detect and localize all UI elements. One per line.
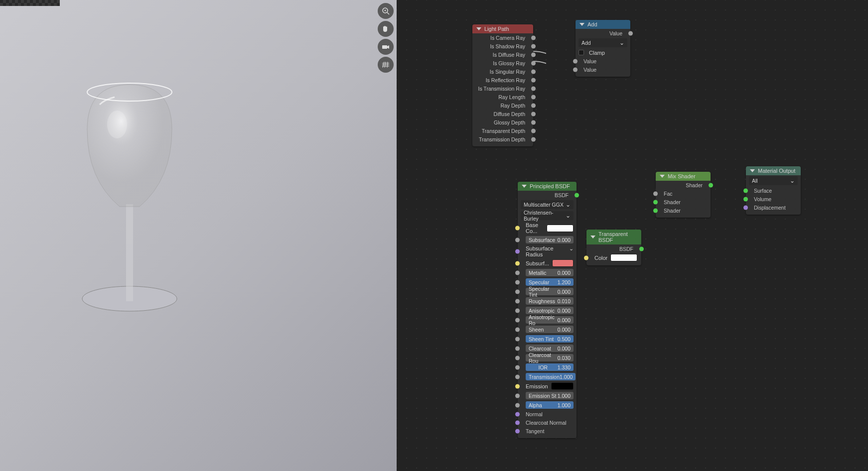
input-surface: Surface xyxy=(746,186,801,195)
sss-color-swatch[interactable] xyxy=(552,259,574,267)
input-base-color: Base Co... xyxy=(518,221,577,235)
mix-shader-node[interactable]: Mix Shader Shader Fac Shader Shader xyxy=(656,172,711,218)
node-header[interactable]: Mix Shader xyxy=(656,172,711,181)
color-swatch[interactable] xyxy=(610,254,637,261)
output-ray-depth: Ray Depth xyxy=(472,101,533,110)
input-specular-tint: Specular Tint0.000 xyxy=(518,287,577,296)
input-transmission: Transmission1.000 xyxy=(518,372,577,381)
anisotropic-field[interactable]: Anisotropic0.000 xyxy=(526,307,574,314)
svg-line-1 xyxy=(387,12,389,14)
input-subsurface-color: Subsurf... xyxy=(518,258,577,268)
metallic-field[interactable]: Metallic0.000 xyxy=(526,269,574,276)
output-transparent-depth: Transparent Depth xyxy=(472,126,533,135)
sheen-tint-field[interactable]: Sheen Tint0.500 xyxy=(526,335,574,343)
zoom-in-icon[interactable] xyxy=(378,3,394,19)
input-metallic: Metallic0.000 xyxy=(518,268,577,277)
specular-tint-field[interactable]: Specular Tint0.000 xyxy=(526,288,574,295)
specular-field[interactable]: Specular1.200 xyxy=(526,278,574,286)
distribution-dropdown[interactable]: Multiscatter GGX xyxy=(521,200,574,209)
output-shader: Shader xyxy=(656,181,711,189)
svg-point-9 xyxy=(107,111,127,138)
transparent-bsdf-node[interactable]: Transparent BSDF BSDF Color xyxy=(586,230,641,265)
node-title: Transparent BSDF xyxy=(598,231,637,243)
input-volume: Volume xyxy=(746,195,801,203)
node-header[interactable]: Transparent BSDF xyxy=(586,230,641,244)
node-title: Material Output xyxy=(758,168,795,174)
input-tangent: Tangent xyxy=(518,427,577,435)
3d-viewport[interactable] xyxy=(0,0,397,471)
base-color-swatch[interactable] xyxy=(547,225,574,232)
clamp-checkbox[interactable] xyxy=(579,50,584,55)
input-roughness: Roughness0.010 xyxy=(518,296,577,306)
sheen-field[interactable]: Sheen0.000 xyxy=(526,326,574,333)
node-header[interactable]: Light Path xyxy=(472,24,533,33)
output-is-singular-ray: Is Singular Ray xyxy=(472,67,533,76)
alpha-field[interactable]: Alpha1.000 xyxy=(526,401,574,409)
input-shader-2: Shader xyxy=(656,206,711,215)
input-subsurface: Subsurface0.000 xyxy=(518,235,577,244)
ior-field[interactable]: IOR1.330 xyxy=(526,363,574,371)
input-displacement: Displacement xyxy=(746,203,801,212)
node-title: Principled BSDF xyxy=(530,183,570,189)
input-fac: Fac xyxy=(656,189,711,198)
node-header[interactable]: Principled BSDF xyxy=(518,182,577,191)
math-operation-dropdown[interactable]: Add xyxy=(579,38,627,47)
viewport-tools xyxy=(378,3,394,73)
input-sheen-tint: Sheen Tint0.500 xyxy=(518,334,577,344)
node-title: Add xyxy=(587,21,597,27)
input-emission-strength: Emission St1.000 xyxy=(518,391,577,400)
clearcoat-roughness-field[interactable]: Clearcoat Rou0.030 xyxy=(526,354,574,361)
subsurface-field[interactable]: Subsurface0.000 xyxy=(526,236,574,243)
material-output-node[interactable]: Material Output All Surface Volume Displ… xyxy=(746,166,801,215)
output-is-camera-ray: Is Camera Ray xyxy=(472,33,533,42)
input-clearcoat-roughness: Clearcoat Rou0.030 xyxy=(518,353,577,362)
input-anisotropic-rotation: Anisotropic Ro0.000 xyxy=(518,315,577,325)
output-is-shadow-ray: Is Shadow Ray xyxy=(472,42,533,50)
input-color-row: Color xyxy=(586,253,641,262)
transmission-field[interactable]: Transmission1.000 xyxy=(526,373,576,380)
svg-rect-4 xyxy=(382,45,387,49)
clearcoat-field[interactable]: Clearcoat0.000 xyxy=(526,345,574,352)
input-ior: IOR1.330 xyxy=(518,362,577,372)
input-alpha: Alpha1.000 xyxy=(518,400,577,410)
input-clearcoat-normal: Clearcoat Normal xyxy=(518,418,577,427)
output-is-transmission-ray: Is Transmission Ray xyxy=(472,84,533,93)
rendered-glass xyxy=(60,70,199,319)
light-path-node[interactable]: Light Path Is Camera RayIs Shadow RayIs … xyxy=(472,24,533,146)
node-editor[interactable]: Light Path Is Camera RayIs Shadow RayIs … xyxy=(397,0,868,471)
input-normal: Normal xyxy=(518,410,577,418)
expand-chevron-icon[interactable]: ⌄ xyxy=(569,245,574,257)
output-ray-length: Ray Length xyxy=(472,93,533,101)
hand-icon[interactable] xyxy=(378,21,394,37)
transparency-checker xyxy=(0,0,60,6)
node-title: Light Path xyxy=(484,26,509,32)
math-add-node[interactable]: Add Value Add Clamp Value Value xyxy=(576,20,630,77)
anisotropic-rotation-field[interactable]: Anisotropic Ro0.000 xyxy=(526,316,574,324)
svg-rect-7 xyxy=(126,204,133,301)
input-sheen: Sheen0.000 xyxy=(518,325,577,334)
node-header[interactable]: Material Output xyxy=(746,166,801,175)
input-shader-1: Shader xyxy=(656,198,711,206)
emission-color-swatch[interactable] xyxy=(551,382,574,390)
camera-icon[interactable] xyxy=(378,39,394,55)
grid-icon[interactable] xyxy=(378,57,394,73)
output-glossy-depth: Glossy Depth xyxy=(472,118,533,126)
output-is-reflection-ray: Is Reflection Ray xyxy=(472,76,533,84)
emission-strength-field[interactable]: Emission St1.000 xyxy=(526,392,574,399)
input-subsurface-radius: Subsurface Radius⌄ xyxy=(518,244,577,258)
input-value-1: Value xyxy=(576,57,630,65)
output-value: Value xyxy=(576,29,630,37)
output-diffuse-depth: Diffuse Depth xyxy=(472,110,533,118)
output-is-diffuse-ray: Is Diffuse Ray xyxy=(472,50,533,59)
output-is-glossy-ray: Is Glossy Ray xyxy=(472,59,533,67)
node-title: Mix Shader xyxy=(668,173,696,179)
output-target-dropdown[interactable]: All xyxy=(749,176,798,185)
roughness-field[interactable]: Roughness0.010 xyxy=(526,297,574,305)
output-transmission-depth: Transmission Depth xyxy=(472,135,533,143)
input-emission: Emission xyxy=(518,381,577,391)
input-value-2: Value xyxy=(576,65,630,74)
output-bsdf: BSDF xyxy=(518,191,577,199)
principled-bsdf-node[interactable]: Principled BSDF BSDF Multiscatter GGX Ch… xyxy=(518,182,577,438)
node-header[interactable]: Add xyxy=(576,20,630,29)
sss-method-dropdown[interactable]: Christensen-Burley xyxy=(521,211,574,220)
